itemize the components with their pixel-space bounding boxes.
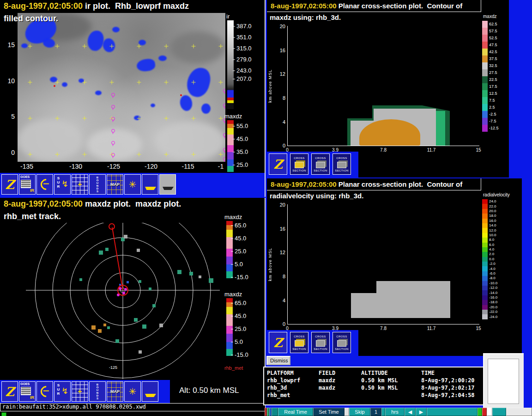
echo-pixel [115, 339, 119, 343]
goes-ir-button[interactable]: GOESIR [19, 174, 36, 195]
echo-pixel [159, 324, 163, 327]
scale-label: radialvelocity [482, 191, 522, 199]
cold-cloud-blob [134, 116, 140, 120]
platform-track-label: rhb_met [224, 365, 243, 371]
cold-cloud-blob [179, 94, 193, 112]
indicator-green-2 [478, 408, 482, 416]
y-tick-label: 20 [274, 202, 285, 208]
ship-track-button[interactable] [142, 381, 158, 402]
col-field: FIELD [319, 369, 361, 377]
ppi-window-title-line2: rhb_met track. [4, 212, 61, 221]
color-scale-entry: 42.5 [482, 49, 509, 55]
optimizer-button[interactable]: ✳ [124, 381, 141, 402]
ir-window-title: 8-aug-1997,02:05:00 ir plot. Rhb_lowprf … [0, 0, 265, 12]
color-swatch [482, 118, 488, 125]
cross-section-button-3[interactable]: CROSSSECTION [332, 332, 351, 353]
cross-section-button-1[interactable]: CROSSSECTION [290, 332, 308, 353]
color-swatch [482, 21, 488, 28]
y-axis-label: km above MSL [268, 248, 272, 281]
scale-tick-label: -8.0 [489, 276, 496, 280]
track-marker-icon [223, 133, 225, 137]
xs2-title-text: Planar cross-section plot. Contour of [337, 180, 463, 188]
lat-tick-label: 15 [2, 41, 15, 49]
indicator-white [487, 408, 492, 416]
track-dot-icon [124, 288, 127, 291]
skip-count-field[interactable]: 1 [370, 408, 381, 416]
button-glyph-icon: Z [5, 385, 14, 398]
color-scale-entry: 8.0 [482, 238, 522, 242]
cross-section-button-3[interactable]: CROSSSECTION [332, 153, 351, 175]
step-forward-button[interactable]: ▶ [416, 408, 427, 416]
cross-section-button-2[interactable]: CROSSSECTION [311, 332, 330, 353]
zebra-menu-button[interactable]: Z [1, 174, 18, 195]
grid-overlay-button[interactable]: + [72, 174, 88, 195]
scale-tick-label: 2.5 [489, 105, 495, 110]
map-button[interactable]: MAP [107, 381, 123, 402]
track-marker-icon [223, 89, 225, 92]
color-swatch [482, 243, 488, 247]
color-scale-entry: 24.0 [482, 199, 522, 204]
color-swatch [482, 111, 488, 118]
button-label-bottom: SECTION [335, 169, 348, 172]
radar-antenna-button[interactable] [36, 381, 53, 402]
echo-pixel [124, 235, 127, 239]
zebra-menu-button[interactable]: Z [1, 381, 18, 402]
cross-section-button-2[interactable]: CROSSSECTION [311, 153, 330, 175]
bounds-button[interactable]: BOUNDS [89, 381, 106, 402]
xs2-toolbar-strip: ZCROSSSECTIONCROSSSECTIONCROSSSECTION [267, 330, 481, 356]
xs1-toolbar-strip: ZCROSSSECTIONCROSSSECTIONCROSSSECTION [267, 152, 481, 177]
cell-altitude [361, 392, 421, 399]
button-label-top: CROSS [294, 157, 304, 159]
color-swatch [482, 69, 488, 76]
ir-scale-label: ir [226, 13, 230, 20]
taskbar-segment [272, 408, 278, 416]
radar-antenna-button[interactable] [36, 174, 53, 195]
button-glyph-icon: + [78, 181, 82, 188]
real-time-button[interactable]: Real Time [278, 408, 313, 416]
button-shape-icon [38, 384, 53, 399]
cold-cloud-blob [21, 43, 28, 48]
cold-cloud-blob [112, 27, 120, 32]
skip-button[interactable]: Skip [349, 408, 370, 416]
step-back-button[interactable]: ◀ [405, 408, 416, 416]
cold-cloud-blob [139, 40, 146, 45]
hrs-button[interactable]: hrs [385, 408, 405, 416]
color-swatch [482, 209, 488, 214]
bounds-button[interactable]: BOUNDS [89, 174, 106, 195]
graticule-cross-icon [164, 116, 169, 121]
table-row: rhb_lowprfmaxdz0.50 km MSL8-Aug-97,2:00:… [267, 377, 493, 384]
button-label-top: CROSS [315, 335, 326, 338]
scale-tick-label: 10.0 [489, 233, 496, 237]
radialvelocity-contour-shape [351, 281, 450, 318]
ir-toolbar-strip: ZGOESIR↯SUR+BOUNDSMAP✳ [0, 173, 265, 197]
ship-track-button-alt[interactable] [159, 174, 176, 195]
graticule-cross-icon [137, 44, 141, 49]
dismiss-button[interactable]: Dismiss [266, 356, 290, 365]
graticule-cross-icon [83, 44, 87, 49]
scale-tick-label: -22.0 [489, 310, 497, 314]
grid-overlay-button[interactable]: + [72, 381, 88, 402]
echo-pixel [142, 324, 146, 329]
button-shape-icon [21, 180, 31, 188]
surveillance-button[interactable]: ↯SUR [54, 381, 71, 402]
timestamp: 8-aug-1997,02:05:00 [4, 1, 83, 11]
map-button[interactable]: MAP [107, 174, 123, 195]
surveillance-button[interactable]: ↯SUR [54, 174, 71, 195]
cell-time: 8-Aug-97,2:00:20 [421, 377, 493, 384]
cross-section-button-1[interactable]: CROSSSECTION [290, 153, 308, 175]
graticule-cross-icon [192, 80, 196, 85]
zebra-menu-button[interactable]: Z [269, 153, 287, 175]
button-glyph-icon: Z [5, 178, 14, 191]
color-swatch [482, 97, 488, 104]
scale-tick-label: -6.0 [489, 272, 496, 275]
zebra-menu-button[interactable]: Z [269, 332, 287, 353]
color-swatch [482, 233, 488, 238]
table-row: rhb_3dmaxdz0.50 km MSL8-Aug-97,2:02:17 [267, 384, 493, 392]
ship-track-button[interactable] [142, 174, 158, 195]
goes-ir-button[interactable]: GOESIR [19, 381, 36, 402]
scale-tick-label: 22.5 [489, 78, 497, 82]
terminal-output[interactable]: rain:beaufait:352>xdump.all 970808.0205.… [0, 403, 266, 411]
optimizer-button[interactable]: ✳ [124, 174, 141, 195]
ir-window-title-line2: filled contour. [4, 14, 58, 24]
set-time-button[interactable]: Set Time [313, 408, 345, 416]
